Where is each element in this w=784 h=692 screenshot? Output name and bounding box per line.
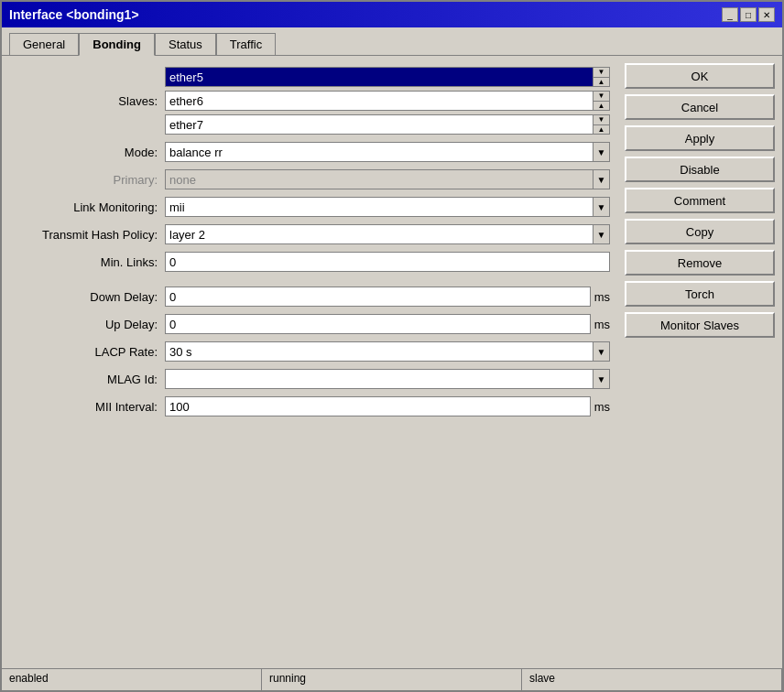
mlag-id-dropdown-btn[interactable]: ▼ xyxy=(593,369,610,389)
mode-label: Mode: xyxy=(9,146,165,159)
mlag-id-row: MLAG Id: ▼ xyxy=(9,369,610,389)
slave3-spinbox: ▼ ▲ xyxy=(593,114,610,135)
restore-button[interactable]: □ xyxy=(740,7,757,22)
cancel-button[interactable]: Cancel xyxy=(625,94,775,120)
min-links-row: Min. Links: xyxy=(9,252,610,272)
tabs-row: General Bonding Status Traffic xyxy=(2,27,782,56)
sidebar-buttons: OK Cancel Apply Disable Comment Copy Rem… xyxy=(617,56,782,668)
slave1-up-btn[interactable]: ▲ xyxy=(593,77,610,87)
mlag-id-input[interactable] xyxy=(165,369,593,389)
mii-interval-row: MII Interval: ms xyxy=(9,396,610,416)
mii-interval-suffix: ms xyxy=(591,400,610,414)
slave-row-1: ▼ ▲ xyxy=(165,67,610,87)
primary-field-group: ▼ xyxy=(165,169,610,189)
ok-button[interactable]: OK xyxy=(625,63,775,89)
slaves-label: Slaves: xyxy=(9,94,165,108)
slave2-spinbox: ▼ ▲ xyxy=(593,91,610,111)
link-monitoring-row: Link Monitoring: ▼ xyxy=(9,197,610,217)
tab-bonding[interactable]: Bonding xyxy=(79,33,155,56)
up-delay-row: Up Delay: ms xyxy=(9,314,610,334)
slave3-up-btn[interactable]: ▲ xyxy=(593,124,610,135)
mlag-id-field-group: ▼ xyxy=(165,369,610,389)
down-delay-label: Down Delay: xyxy=(9,290,165,304)
slave-row-2: ▼ ▲ xyxy=(165,91,610,111)
disable-button[interactable]: Disable xyxy=(625,157,775,182)
link-monitoring-input[interactable] xyxy=(165,197,593,217)
tab-status[interactable]: Status xyxy=(155,33,216,55)
tab-traffic[interactable]: Traffic xyxy=(216,33,276,55)
mlag-id-label: MLAG Id: xyxy=(9,373,165,386)
form-panel: Slaves: ▼ ▲ ▼ ▲ xyxy=(2,56,617,668)
min-links-input[interactable] xyxy=(165,252,610,272)
status-bar: enabled running slave xyxy=(2,668,782,690)
lacp-rate-label: LACP Rate: xyxy=(9,345,165,359)
title-bar-buttons: _ □ ✕ xyxy=(722,7,775,22)
min-links-label: Min. Links: xyxy=(9,255,165,269)
up-delay-field-group: ms xyxy=(165,314,610,334)
lacp-rate-row: LACP Rate: ▼ xyxy=(9,341,610,362)
down-delay-row: Down Delay: ms xyxy=(9,287,610,307)
comment-button[interactable]: Comment xyxy=(625,188,775,213)
slave1-down-btn[interactable]: ▼ xyxy=(593,67,610,77)
status-running: running xyxy=(262,669,522,690)
up-delay-suffix: ms xyxy=(591,318,610,331)
slave3-input[interactable] xyxy=(165,114,593,135)
main-area: Slaves: ▼ ▲ ▼ ▲ xyxy=(2,56,782,668)
tab-general[interactable]: General xyxy=(9,33,79,55)
mii-interval-input[interactable] xyxy=(165,396,591,416)
slaves-row: Slaves: ▼ ▲ ▼ ▲ xyxy=(9,67,610,135)
mii-interval-label: MII Interval: xyxy=(9,400,165,414)
window-title: Interface <bonding1> xyxy=(9,7,139,22)
lacp-rate-field-group: ▼ xyxy=(165,341,610,362)
primary-input[interactable] xyxy=(165,169,593,189)
down-delay-field-group: ms xyxy=(165,287,610,307)
mode-input[interactable] xyxy=(165,142,593,162)
slave-row-3: ▼ ▲ xyxy=(165,114,610,135)
mode-row: Mode: ▼ xyxy=(9,142,610,162)
transmit-hash-field-group: ▼ xyxy=(165,224,610,244)
primary-row: Primary: ▼ xyxy=(9,169,610,189)
slave2-input[interactable] xyxy=(165,91,593,111)
down-delay-suffix: ms xyxy=(591,290,610,304)
transmit-hash-dropdown-btn[interactable]: ▼ xyxy=(593,224,610,244)
down-delay-input[interactable] xyxy=(165,287,591,307)
up-delay-input[interactable] xyxy=(165,314,591,334)
slave3-down-btn[interactable]: ▼ xyxy=(593,114,610,124)
torch-button[interactable]: Torch xyxy=(625,281,775,307)
primary-label: Primary: xyxy=(9,173,165,187)
lacp-rate-dropdown-btn[interactable]: ▼ xyxy=(593,341,610,362)
remove-button[interactable]: Remove xyxy=(625,250,775,276)
close-button[interactable]: ✕ xyxy=(758,7,775,22)
transmit-hash-row: Transmit Hash Policy: ▼ xyxy=(9,224,610,244)
title-bar: Interface <bonding1> _ □ ✕ xyxy=(2,2,782,27)
link-monitoring-field-group: ▼ xyxy=(165,197,610,217)
mode-field-group: ▼ xyxy=(165,142,610,162)
status-enabled: enabled xyxy=(2,669,262,690)
status-slave: slave xyxy=(522,669,782,690)
main-window: Interface <bonding1> _ □ ✕ General Bondi… xyxy=(0,0,784,692)
apply-button[interactable]: Apply xyxy=(625,125,775,151)
slave1-spinbox: ▼ ▲ xyxy=(593,67,610,87)
slave2-down-btn[interactable]: ▼ xyxy=(593,91,610,101)
slave1-input[interactable] xyxy=(165,67,593,87)
slaves-container: ▼ ▲ ▼ ▲ xyxy=(165,67,610,135)
copy-button[interactable]: Copy xyxy=(625,219,775,244)
mode-dropdown-btn[interactable]: ▼ xyxy=(593,142,610,162)
transmit-hash-input[interactable] xyxy=(165,224,593,244)
mii-interval-field-group: ms xyxy=(165,396,610,416)
link-monitoring-label: Link Monitoring: xyxy=(9,200,165,214)
min-links-field-group xyxy=(165,252,610,272)
minimize-button[interactable]: _ xyxy=(722,7,738,22)
lacp-rate-input[interactable] xyxy=(165,341,593,362)
primary-dropdown-btn[interactable]: ▼ xyxy=(593,169,610,189)
slave2-up-btn[interactable]: ▲ xyxy=(593,101,610,111)
link-monitoring-dropdown-btn[interactable]: ▼ xyxy=(593,197,610,217)
up-delay-label: Up Delay: xyxy=(9,318,165,331)
transmit-hash-label: Transmit Hash Policy: xyxy=(9,228,165,242)
monitor-slaves-button[interactable]: Monitor Slaves xyxy=(625,312,775,338)
